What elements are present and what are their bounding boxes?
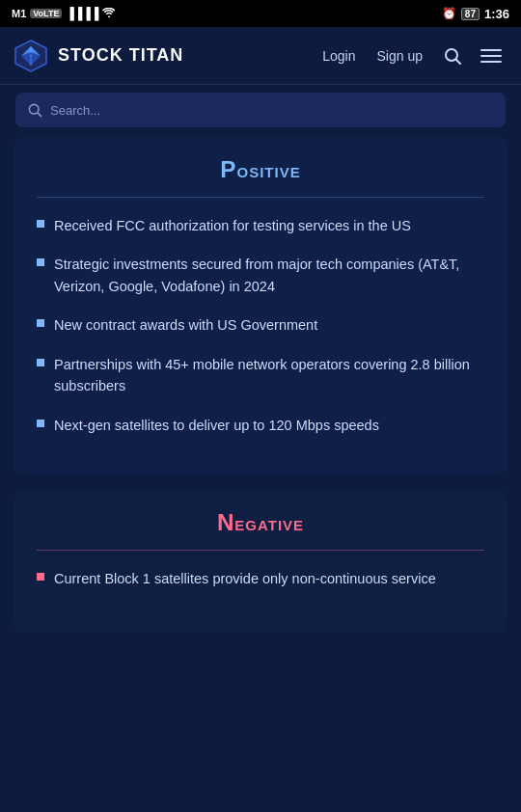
list-item: Received FCC authorization for testing s… [37,215,484,236]
list-item: New contract awards with US Government [37,314,484,336]
positive-section-card: Positive Received FCC authorization for … [14,137,507,474]
nav-links: Login Sign up [315,40,507,72]
logo-text: STOCK TITAN [58,45,183,66]
search-bar[interactable]: Search... [15,93,506,127]
login-link[interactable]: Login [315,44,363,68]
list-item: Strategic investments secured from major… [37,254,484,297]
negative-bullet-list: Current Block 1 satellites provide only … [37,568,484,589]
positive-title: Positive [37,156,484,183]
alarm-icon: ⏰ [442,7,456,20]
status-right: ⏰ 87 1:36 [442,7,509,21]
negative-section-card: Negative Current Block 1 satellites prov… [14,490,507,632]
bullet-text: New contract awards with US Government [54,314,317,336]
status-bar: M1 VoLTE ▐▐▐▐ ⏰ 87 1:36 [0,0,521,27]
bullet-text: Current Block 1 satellites provide only … [54,568,436,589]
search-icon[interactable] [436,40,469,72]
bullet-text: Partnerships with 45+ mobile network ope… [54,354,484,397]
svg-line-3 [456,59,461,64]
wifi-icon [102,7,116,20]
bullet-icon [37,258,44,266]
menu-icon[interactable] [475,40,507,72]
bullet-text: Next-gen satellites to deliver up to 120… [54,415,379,436]
section-gap [0,474,521,490]
bullet-icon [37,220,44,228]
negative-section: Negative Current Block 1 satellites prov… [14,490,507,609]
time-label: 1:36 [484,7,509,21]
signup-link[interactable]: Sign up [370,44,430,68]
negative-title: Negative [37,509,484,536]
status-carrier: M1 VoLTE ▐▐▐▐ [12,7,116,20]
bullet-icon [37,420,44,427]
search-bar-wrapper: Search... [0,85,521,137]
negative-divider [37,550,484,551]
bullet-text: Received FCC authorization for testing s… [54,215,411,236]
carrier-label: M1 [12,8,26,19]
list-item: Next-gen satellites to deliver up to 120… [37,415,484,436]
bullet-icon [37,359,44,366]
logo-icon [14,39,48,73]
positive-divider [37,197,484,198]
positive-bullet-list: Received FCC authorization for testing s… [37,215,484,436]
signal-icon: ▐▐▐▐ [66,7,98,20]
navbar: STOCK TITAN Login Sign up [0,27,521,85]
bullet-icon [37,319,44,327]
logo-area: STOCK TITAN [14,39,183,73]
bullet-text: Strategic investments secured from major… [54,254,484,297]
volte-badge: VoLTE [30,9,62,18]
search-bar-placeholder: Search... [50,103,100,118]
search-bar-icon [27,102,42,118]
battery-level: 87 [461,8,480,20]
list-item: Partnerships with 45+ mobile network ope… [37,354,484,397]
svg-line-8 [38,113,41,117]
positive-section: Positive Received FCC authorization for … [14,137,507,455]
bullet-icon [37,573,44,581]
list-item: Current Block 1 satellites provide only … [37,568,484,589]
